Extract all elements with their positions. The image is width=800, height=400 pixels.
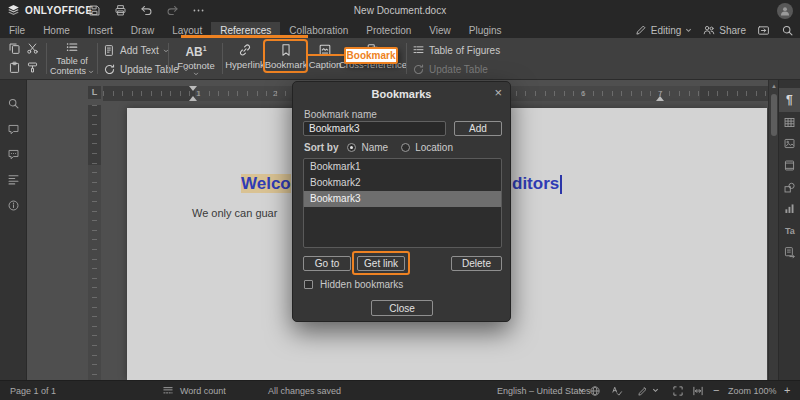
toc-label-line2: Contents [50, 67, 86, 76]
set-language-globe-icon[interactable] [589, 385, 601, 397]
bookmark-button[interactable]: Bookmark [266, 43, 306, 70]
table-of-figures-button[interactable]: Table of Figures [412, 44, 500, 57]
hanging-indent-marker[interactable] [189, 96, 197, 101]
track-changes-icon[interactable] [637, 385, 649, 397]
format-painter-button[interactable] [26, 61, 39, 74]
more-quick-actions-button[interactable] [192, 4, 205, 17]
sort-by-row: Sort by Name Location [304, 142, 466, 153]
heading-text-left[interactable]: Welco [241, 174, 291, 194]
quick-access-toolbar [88, 4, 205, 17]
sort-name-radio[interactable] [347, 143, 356, 152]
header-footer-settings-icon[interactable] [783, 159, 796, 172]
print-button[interactable] [114, 4, 127, 17]
cut-button[interactable] [26, 42, 39, 55]
fit-page-icon[interactable] [672, 385, 684, 397]
footnote-button[interactable]: AB1 Footnote [172, 43, 220, 77]
update-table-label: Update Table [120, 64, 179, 75]
status-bar: Page 1 of 1 Word count All changes saved… [0, 380, 800, 400]
app-logo-text: ONLYOFFICE [25, 5, 93, 16]
paste-button[interactable] [8, 61, 21, 74]
vertical-scrollbar[interactable]: ▲ [768, 80, 778, 380]
ruler-number: 6 [581, 89, 585, 98]
list-item-bookmark1[interactable]: Bookmark1 [304, 159, 501, 175]
hidden-bookmarks-label[interactable]: Hidden bookmarks [320, 279, 403, 290]
heading-text-right[interactable]: ditors [512, 174, 562, 194]
save-button[interactable] [88, 4, 101, 17]
zoom-in-button[interactable]: + [784, 384, 790, 396]
tab-draw[interactable]: Draw [122, 22, 163, 38]
redo-button[interactable] [166, 4, 179, 17]
tab-file[interactable]: File [0, 22, 34, 38]
shape-settings-icon[interactable] [783, 181, 796, 194]
tab-protection[interactable]: Protection [357, 22, 420, 38]
references-toolbar: Table of Contents Add Text Update Table … [0, 38, 800, 80]
tab-insert[interactable]: Insert [79, 22, 122, 38]
fit-width-icon[interactable] [692, 385, 704, 397]
share-button[interactable]: Share [703, 24, 746, 36]
right-indent-marker[interactable] [656, 96, 664, 101]
table-settings-icon[interactable] [783, 116, 796, 129]
language-selector[interactable]: English – United States [497, 386, 591, 396]
sort-name-label[interactable]: Name [361, 142, 388, 153]
go-to-button[interactable]: Go to [303, 256, 351, 271]
add-text-button[interactable]: Add Text [103, 44, 169, 57]
hyperlink-button[interactable]: Hyperlink [226, 43, 264, 70]
refresh-icon [412, 63, 425, 76]
search-icon[interactable] [7, 97, 20, 110]
delete-button[interactable]: Delete [451, 256, 502, 271]
open-file-location-button[interactable] [757, 24, 770, 37]
sort-location-radio[interactable] [401, 143, 410, 152]
tab-home[interactable]: Home [34, 22, 79, 38]
navigation-headings-icon[interactable] [7, 173, 20, 186]
chart-settings-icon[interactable] [783, 202, 796, 215]
undo-button[interactable] [140, 4, 153, 17]
text-cursor [560, 175, 562, 194]
tab-view[interactable]: View [420, 22, 460, 38]
list-item-bookmark3[interactable]: Bookmark3 [304, 191, 501, 207]
copy-button[interactable] [8, 42, 21, 55]
caption-button[interactable]: Caption [309, 43, 341, 70]
vertical-ruler[interactable] [88, 105, 101, 380]
footnote-label: Footnote [177, 60, 215, 71]
list-item-bookmark2[interactable]: Bookmark2 [304, 175, 501, 191]
image-settings-icon[interactable] [783, 137, 796, 150]
user-avatar[interactable] [777, 3, 793, 19]
paragraph-settings-icon[interactable]: ¶ [786, 93, 793, 107]
chevron-down-icon[interactable] [652, 387, 659, 394]
mail-merge-icon[interactable] [783, 246, 796, 259]
page-indicator[interactable]: Page 1 of 1 [10, 386, 56, 396]
share-people-icon [703, 24, 715, 36]
hidden-bookmarks-checkbox[interactable] [304, 280, 313, 289]
zoom-level[interactable]: Zoom 100% [728, 386, 777, 396]
get-link-button[interactable]: Get link [357, 256, 405, 271]
body-text[interactable]: We only can guar [192, 207, 277, 219]
chat-icon[interactable] [7, 148, 20, 161]
hyperlink-chain-icon [238, 43, 252, 57]
chevron-down-icon [685, 27, 692, 34]
add-button[interactable]: Add [454, 121, 502, 136]
editing-mode-dropdown[interactable]: Editing [635, 24, 693, 36]
search-icon[interactable] [781, 24, 794, 37]
zoom-out-button[interactable]: − [713, 384, 719, 396]
about-info-icon[interactable] [7, 199, 20, 212]
comments-icon[interactable] [7, 123, 20, 136]
bookmark-name-input[interactable] [303, 121, 446, 136]
sort-location-label[interactable]: Location [415, 142, 453, 153]
save-status: All changes saved [268, 386, 341, 396]
left-panel-rail [0, 80, 27, 380]
sort-by-label: Sort by [304, 142, 338, 153]
chevron-down-icon[interactable] [578, 387, 585, 394]
document-title: New Document.docx [354, 5, 446, 16]
scrollbar-thumb[interactable] [771, 94, 777, 136]
tab-plugins[interactable]: Plugins [460, 22, 511, 38]
table-of-contents-button[interactable]: Table of Contents [50, 41, 94, 76]
spell-check-icon[interactable] [611, 385, 623, 397]
first-line-indent-marker[interactable] [189, 86, 197, 91]
tab-stop-selector[interactable]: L [88, 86, 101, 99]
update-table-figures-button[interactable]: Update Table [412, 63, 488, 76]
word-count-icon[interactable] [162, 385, 174, 397]
close-icon[interactable]: × [494, 84, 502, 102]
close-button[interactable]: Close [371, 300, 433, 316]
word-count-label[interactable]: Word count [180, 386, 226, 396]
text-art-settings-icon[interactable]: Ta [785, 226, 795, 236]
